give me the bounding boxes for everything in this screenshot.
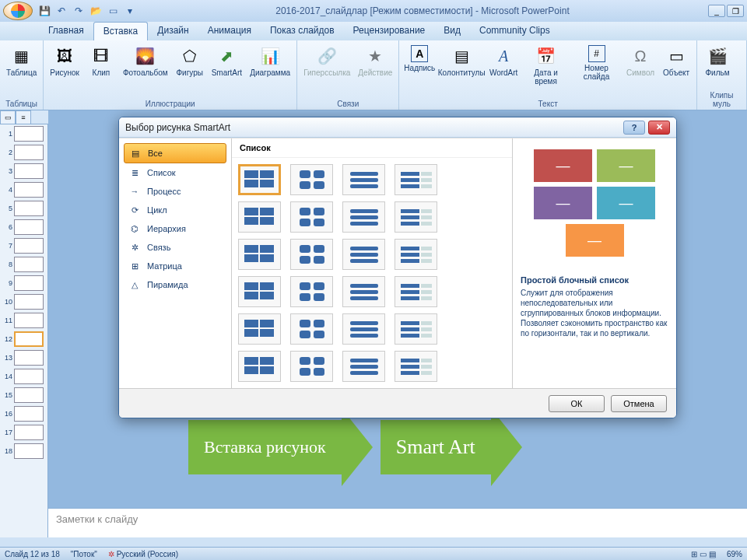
dialog-close-button[interactable]: ✕ [648, 121, 670, 135]
thumb-row[interactable]: 9 [2, 275, 46, 291]
gallery-item[interactable] [290, 351, 333, 382]
save-icon[interactable]: 💾 [37, 4, 51, 18]
smartart-button[interactable]: ⬈SmartArt [210, 44, 244, 79]
category-pyramid[interactable]: △Пирамида [124, 275, 226, 294]
thumb-row[interactable]: 12 [2, 331, 46, 347]
picture-button[interactable]: 🖼Рисунок [48, 44, 81, 79]
movie-button[interactable]: 🎬Фильм [702, 44, 733, 79]
category-hierarchy[interactable]: ⌬Иерархия [124, 219, 226, 238]
gallery-item[interactable] [342, 276, 385, 307]
thumb-row[interactable]: 5 [2, 201, 46, 216]
gallery-item[interactable] [238, 276, 281, 307]
gallery-item[interactable] [290, 313, 333, 345]
print-icon[interactable]: ▭ [106, 4, 120, 18]
thumb-row[interactable]: 1 [2, 126, 46, 142]
minimize-button[interactable]: _ [708, 5, 725, 17]
tab-insert[interactable]: Вставка [93, 22, 149, 40]
gallery-item[interactable] [238, 239, 281, 270]
gallery-item[interactable] [342, 201, 385, 233]
gallery-item[interactable] [342, 313, 385, 345]
gallery-item[interactable] [290, 164, 333, 195]
cancel-button[interactable]: Отмена [611, 395, 667, 412]
textbox-button[interactable]: AНадпись [404, 44, 435, 74]
thumb-row[interactable]: 6 [2, 219, 46, 235]
category-all[interactable]: ▤Все [124, 143, 226, 163]
datetime-button[interactable]: 📅Дата и время [524, 44, 568, 87]
tab-design[interactable]: Дизайн [148, 22, 198, 40]
thumb-row[interactable]: 4 [2, 182, 46, 198]
thumb-row[interactable]: 8 [2, 257, 46, 272]
gallery-item[interactable] [395, 164, 437, 195]
thumb-row[interactable]: 17 [2, 425, 46, 440]
gallery-scroll[interactable] [232, 158, 512, 388]
gallery-item[interactable] [238, 351, 281, 382]
panel-tab-outline[interactable]: ≡ [16, 110, 31, 124]
object-button[interactable]: ▭Объект [661, 44, 692, 79]
zoom-control[interactable]: 69% [727, 550, 742, 558]
thumb-num: 2 [2, 149, 12, 156]
gallery-item[interactable] [342, 351, 385, 382]
gallery-item[interactable] [238, 164, 281, 195]
tab-view[interactable]: Вид [434, 22, 470, 40]
open-icon[interactable]: 📂 [89, 4, 103, 18]
category-cycle[interactable]: ⟳Цикл [124, 201, 226, 219]
category-matrix[interactable]: ⊞Матрица [124, 257, 226, 275]
gallery-item[interactable] [290, 201, 333, 233]
tab-community[interactable]: Community Clips [470, 22, 559, 40]
category-relationship[interactable]: ✲Связь [124, 238, 226, 257]
slide-panel[interactable]: ▭ ≡ 123456789101112131415161718 [0, 110, 48, 537]
thumb-row[interactable]: 15 [2, 387, 46, 403]
gallery-item[interactable] [238, 201, 281, 233]
redo-icon[interactable]: ↷ [72, 4, 86, 18]
category-process[interactable]: →Процесс [124, 182, 226, 201]
slidenum-button[interactable]: #Номер слайда [573, 44, 620, 82]
clip-button[interactable]: 🎞Клип [86, 44, 117, 79]
tab-animation[interactable]: Анимация [198, 22, 261, 40]
thumb-row[interactable]: 7 [2, 238, 46, 254]
qat-dropdown-icon[interactable]: ▾ [123, 4, 137, 18]
thumb [14, 443, 44, 459]
thumb-row[interactable]: 13 [2, 350, 46, 366]
gallery-item[interactable] [395, 313, 437, 345]
panel-tab-slides[interactable]: ▭ [0, 110, 16, 124]
dialog-help-button[interactable]: ? [623, 121, 645, 135]
thumb-row[interactable]: 11 [2, 313, 46, 328]
view-buttons[interactable]: ⊞ ▭ ▤ [691, 550, 716, 558]
thumb-row[interactable]: 2 [2, 145, 46, 160]
svg-rect-55 [300, 282, 310, 290]
wordart-button[interactable]: AWordArt [488, 44, 519, 79]
group-label-links: Связи [302, 98, 394, 110]
tab-home[interactable]: Главная [39, 22, 93, 40]
headerfooter-button[interactable]: ▤Колонтитулы [440, 44, 483, 79]
thumb-row[interactable]: 16 [2, 406, 46, 422]
thumb-row[interactable]: 10 [2, 294, 46, 310]
gallery-item[interactable] [342, 239, 385, 270]
chart-button[interactable]: 📊Диаграмма [248, 44, 292, 79]
gallery-item[interactable] [395, 239, 437, 270]
gallery-item[interactable] [395, 351, 437, 382]
restore-button[interactable]: ❐ [727, 5, 744, 17]
thumb-num: 15 [2, 391, 12, 399]
gallery-item[interactable] [290, 276, 333, 307]
notes-pane[interactable]: Заметки к слайду [48, 508, 747, 537]
dialog-titlebar[interactable]: Выбор рисунка SmartArt ? ✕ [119, 117, 676, 138]
group-illustrations: 🖼Рисунок 🎞Клип 🌄Фотоальбом ⬠Фигуры ⬈Smar… [44, 40, 297, 110]
thumb-row[interactable]: 14 [2, 369, 46, 384]
thumb-row[interactable]: 3 [2, 163, 46, 179]
gallery-item[interactable] [238, 313, 281, 345]
tab-review[interactable]: Рецензирование [344, 22, 435, 40]
album-button[interactable]: 🌄Фотоальбом [121, 44, 170, 79]
ok-button[interactable]: ОК [549, 395, 605, 412]
category-list[interactable]: ≣Список [124, 163, 226, 182]
tab-slideshow[interactable]: Показ слайдов [261, 22, 344, 40]
table-button[interactable]: ▦Таблица [5, 44, 38, 79]
gallery-item[interactable] [395, 276, 437, 307]
gallery-item[interactable] [342, 164, 385, 195]
chart-icon: 📊 [259, 45, 281, 67]
thumb-row[interactable]: 18 [2, 443, 46, 459]
undo-icon[interactable]: ↶ [54, 4, 68, 18]
shapes-button[interactable]: ⬠Фигуры [174, 44, 205, 79]
office-button[interactable] [3, 2, 33, 20]
gallery-item[interactable] [290, 239, 333, 270]
gallery-item[interactable] [395, 201, 437, 233]
